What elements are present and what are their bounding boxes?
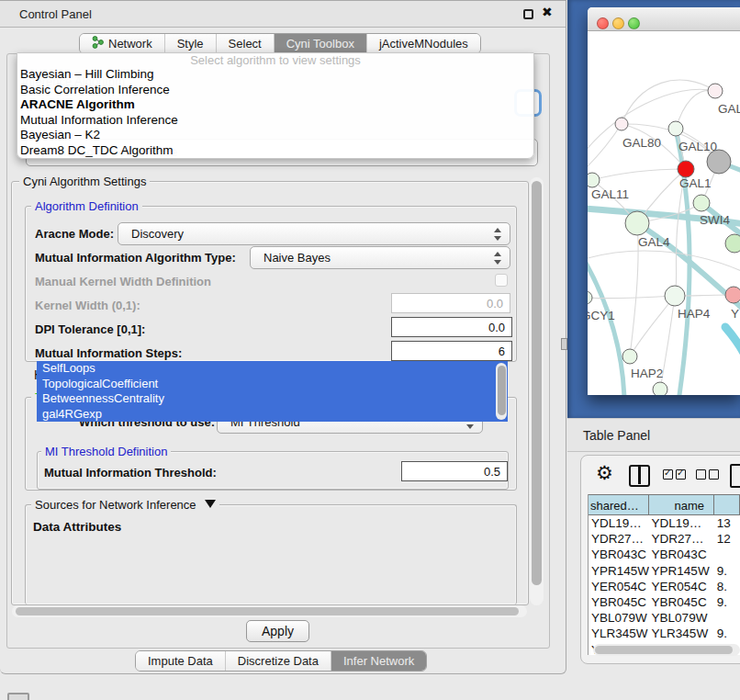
tab-label: Infer Network xyxy=(343,654,414,668)
node-label: HAP4 xyxy=(678,307,711,321)
algorithm-option[interactable]: Dream8 DC_TDC Algorithm xyxy=(17,143,533,159)
node[interactable] xyxy=(615,118,628,130)
table-row[interactable]: YBL079WYBL079W xyxy=(589,610,740,626)
node[interactable] xyxy=(622,349,637,364)
list-item[interactable]: TopologicalCoefficient xyxy=(37,377,508,392)
mi-algorithm-type-combo[interactable]: Naive Bayes xyxy=(250,246,510,269)
table-row[interactable]: YPR145WYPR145W9. xyxy=(589,563,740,579)
table-row[interactable]: YLR345WYLR345W9. xyxy=(589,626,740,641)
apply-button[interactable]: Apply xyxy=(246,620,309,642)
dpi-tolerance-field[interactable]: 0.0 xyxy=(391,317,512,337)
node-label: GAL1 xyxy=(679,176,712,190)
mac-minimize-button[interactable] xyxy=(612,17,624,29)
control-panel-titlebar: Control Panel ✖ xyxy=(0,1,566,28)
algorithm-option[interactable]: Basic Correlation Inference xyxy=(17,83,533,98)
show-columns-icon[interactable] xyxy=(629,465,650,487)
tab-cyni-toolbox[interactable]: Cyni Toolbox xyxy=(275,34,367,53)
unselect-all-columns-icon[interactable] xyxy=(696,469,719,480)
settings-gear-icon[interactable]: ⚙ xyxy=(596,462,613,484)
tab-impute-data[interactable]: Impute Data xyxy=(136,651,226,671)
settings-vertical-scrollbar[interactable] xyxy=(530,177,544,605)
mi-threshold-field[interactable]: 0.5 xyxy=(401,461,508,481)
tab-infer-network[interactable]: Infer Network xyxy=(331,651,426,671)
aracne-mode-combo[interactable]: Discovery xyxy=(118,222,510,245)
control-panel-title: Control Panel xyxy=(19,7,92,21)
expand-arrow-icon xyxy=(205,500,216,508)
node[interactable] xyxy=(588,173,600,187)
table-panel-header: Table Panel xyxy=(567,418,740,452)
scrollbar-thumb[interactable] xyxy=(498,366,506,415)
node-label: GCY1 xyxy=(588,309,615,322)
mac-zoom-button[interactable] xyxy=(628,17,640,29)
column-header-name[interactable]: name xyxy=(649,495,714,514)
column-header-shared-name[interactable]: shared… xyxy=(589,495,649,514)
float-window-icon[interactable] xyxy=(523,9,533,19)
tab-style[interactable]: Style xyxy=(165,34,217,53)
kernel-width-field[interactable]: 0.0 xyxy=(391,293,510,313)
table-row[interactable]: YDL19…YDL19…13 xyxy=(589,515,740,531)
node[interactable] xyxy=(665,286,685,306)
minimized-panel-button[interactable] xyxy=(7,693,29,700)
node[interactable] xyxy=(668,121,683,136)
node[interactable] xyxy=(725,287,740,303)
node-selected[interactable] xyxy=(678,161,694,177)
data-attributes-label: Data Attributes xyxy=(33,520,121,534)
tab-network[interactable]: Network xyxy=(80,34,165,53)
scrollbar-thumb[interactable] xyxy=(16,607,519,615)
table-row[interactable]: YDR27…YDR27…12 xyxy=(589,531,740,547)
network-window-titlebar[interactable] xyxy=(588,7,740,31)
cyni-mode-tabs: Impute Data Discretize Data Infer Networ… xyxy=(135,650,427,672)
sources-toggle[interactable]: Sources for Network Inference xyxy=(31,498,219,512)
manual-kernel-width-checkbox[interactable] xyxy=(495,274,508,287)
control-panel-tabs: Network Style Select Cyni Toolbox jActiv… xyxy=(79,33,481,54)
node[interactable] xyxy=(653,382,667,395)
scrollbar-thumb[interactable] xyxy=(532,181,542,585)
node[interactable] xyxy=(625,211,649,235)
close-icon[interactable]: ✖ xyxy=(542,5,553,19)
list-item[interactable]: gal4RGexp xyxy=(37,407,508,423)
tab-jactivemnodules[interactable]: jActiveMNodules xyxy=(367,34,480,53)
tab-label: Style xyxy=(177,37,204,51)
list-vertical-scrollbar[interactable] xyxy=(496,363,507,420)
manual-kernel-width-label: Manual Kernel Width Definition xyxy=(35,275,211,288)
table-row[interactable]: YBR043CYBR043C xyxy=(589,547,740,562)
table-horizontal-scrollbar[interactable] xyxy=(593,644,740,656)
table-row[interactable]: YBR045CYBR045C9. xyxy=(589,594,740,610)
tab-select[interactable]: Select xyxy=(217,34,275,53)
algorithm-option[interactable]: Mutual Information Inference xyxy=(17,113,533,129)
group-title: Cyni Algorithm Settings xyxy=(19,175,150,188)
column-header-partial[interactable] xyxy=(714,495,740,514)
node[interactable] xyxy=(693,195,710,211)
dpi-tolerance-label: DPI Tolerance [0,1]: xyxy=(35,322,145,336)
panel-divider-grip[interactable] xyxy=(561,338,567,350)
mac-close-button[interactable] xyxy=(597,17,609,29)
scrollbar-thumb[interactable] xyxy=(595,646,733,654)
tab-label: Impute Data xyxy=(148,654,213,668)
settings-horizontal-scrollbar[interactable] xyxy=(12,605,527,617)
node-label: HAP2 xyxy=(631,367,663,380)
node[interactable] xyxy=(725,234,740,253)
table-row[interactable]: YER054CYER054C8. xyxy=(589,579,740,594)
mi-steps-field[interactable]: 6 xyxy=(391,341,512,361)
list-item[interactable]: BetweennessCentrality xyxy=(37,391,508,407)
group-title: Algorithm Definition xyxy=(31,199,142,213)
mi-algorithm-type-label: Mutual Information Algorithm Type: xyxy=(35,251,236,265)
list-item[interactable]: SelfLoops xyxy=(37,361,508,377)
node-label: Y xyxy=(731,307,739,321)
network-canvas[interactable]: GAL GAL80 GAL10 GAL1 GAL11 SWI4 GAL4 GCY… xyxy=(588,31,740,395)
table-header-row: shared… name xyxy=(589,494,740,515)
algorithm-option[interactable]: Bayesian – Hill Climbing xyxy=(17,67,533,83)
node-label: GAL11 xyxy=(591,187,629,201)
algorithm-option[interactable]: Bayesian – K2 xyxy=(17,128,533,143)
data-attributes-list[interactable]: SelfLoops TopologicalCoefficient Between… xyxy=(37,361,508,422)
node[interactable] xyxy=(708,84,723,98)
mi-threshold-definition-group: MI Threshold Definition Mutual Informati… xyxy=(37,451,509,490)
node[interactable] xyxy=(588,291,592,304)
algorithm-option-selected[interactable]: ARACNE Algorithm xyxy=(17,97,533,113)
chevron-updown-icon xyxy=(494,227,501,242)
tab-discretize-data[interactable]: Discretize Data xyxy=(226,651,331,671)
select-all-columns-icon[interactable] xyxy=(663,469,686,480)
function-builder-icon[interactable] xyxy=(730,464,740,488)
algorithm-definition-group: Algorithm Definition Aracne Mode: Discov… xyxy=(25,206,517,362)
network-view-window[interactable]: GAL GAL80 GAL10 GAL1 GAL11 SWI4 GAL4 GCY… xyxy=(588,7,740,395)
